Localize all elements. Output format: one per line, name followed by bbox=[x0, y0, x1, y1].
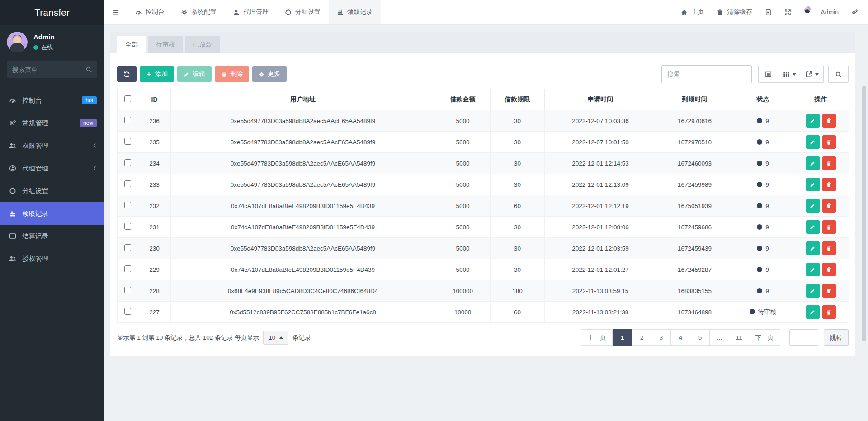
detail-view-button[interactable] bbox=[758, 66, 778, 83]
page-button-下一页[interactable]: 下一页 bbox=[749, 329, 781, 346]
topbar-tab-claim[interactable]: 领取记录 bbox=[329, 0, 381, 24]
more-button[interactable]: 更多 bbox=[252, 66, 287, 82]
row-checkbox[interactable] bbox=[124, 117, 131, 123]
row-edit-button[interactable] bbox=[806, 284, 820, 298]
scrollbar-thumb[interactable] bbox=[862, 86, 866, 341]
row-edit-button[interactable] bbox=[806, 156, 820, 170]
row-delete-button[interactable] bbox=[822, 241, 836, 255]
sidebar-toggle-button[interactable] bbox=[104, 0, 127, 24]
row-delete-button[interactable] bbox=[822, 156, 836, 170]
page-button-上一页[interactable]: 上一页 bbox=[581, 329, 613, 346]
table-row[interactable]: 2280x68F4e9E938F89c5CAD8D3C4Ce80C74686Cf… bbox=[118, 280, 849, 302]
table-row[interactable]: 2270x5d5512c839B95F62CC7583E885b1c7BF6Fe… bbox=[118, 302, 849, 323]
log-button[interactable] bbox=[759, 0, 778, 24]
row-delete-button[interactable] bbox=[822, 135, 836, 149]
search-button[interactable] bbox=[828, 66, 849, 83]
settings-button[interactable] bbox=[845, 0, 864, 24]
table-row[interactable]: 2350xe55d497783D03a598db8A2aec5AAcE65AA5… bbox=[118, 132, 849, 153]
refresh-button[interactable] bbox=[117, 66, 137, 82]
column-header[interactable]: 操作 bbox=[793, 89, 849, 110]
column-header[interactable]: 到期时间 bbox=[656, 89, 733, 110]
topbar-tab-label: 系统配置 bbox=[191, 8, 217, 16]
columns-button[interactable] bbox=[778, 66, 801, 83]
jump-page-input[interactable] bbox=[789, 329, 818, 346]
tab-all[interactable]: 全部 bbox=[117, 36, 146, 53]
row-checkbox[interactable] bbox=[124, 308, 131, 315]
cell-select bbox=[118, 280, 138, 302]
column-header[interactable]: ID bbox=[138, 89, 171, 110]
sidebar-item-agent[interactable]: 代理管理 bbox=[0, 157, 104, 180]
row-edit-button[interactable] bbox=[806, 305, 820, 319]
row-checkbox[interactable] bbox=[124, 159, 131, 166]
row-edit-button[interactable] bbox=[806, 135, 820, 149]
jump-button[interactable]: 跳转 bbox=[824, 329, 849, 346]
edit-button[interactable]: 编辑 bbox=[177, 66, 212, 82]
table-row[interactable]: 2300xe55d497783D03a598db8A2aec5AAcE65AA5… bbox=[118, 238, 849, 259]
sidebar-item-console[interactable]: 控制台hot bbox=[0, 89, 104, 112]
add-button[interactable]: 添加 bbox=[140, 66, 174, 82]
export-button[interactable] bbox=[801, 66, 824, 83]
sidebar-item-permission[interactable]: 权限管理 bbox=[0, 134, 104, 157]
row-edit-button[interactable] bbox=[806, 220, 820, 234]
table-row[interactable]: 2290x74cA107dE8a8aBfeE498209B3fD01159e5F… bbox=[118, 259, 849, 280]
topbar-tab-dividend[interactable]: 分红设置 bbox=[277, 0, 329, 24]
sidebar-item-authorize[interactable]: 授权管理 bbox=[0, 247, 104, 270]
row-edit-button[interactable] bbox=[806, 199, 820, 213]
column-header[interactable]: 借款期限 bbox=[491, 89, 545, 110]
cell-id: 233 bbox=[138, 174, 171, 195]
row-delete-button[interactable] bbox=[822, 284, 836, 298]
page-button-...[interactable]: ... bbox=[710, 329, 729, 346]
column-header[interactable]: 申请时间 bbox=[545, 89, 656, 110]
table-row[interactable]: 2340xe55d497783D03a598db8A2aec5AAcE65AA5… bbox=[118, 153, 849, 174]
row-checkbox[interactable] bbox=[124, 223, 131, 230]
row-edit-button[interactable] bbox=[806, 114, 820, 128]
home-link[interactable]: 主页 bbox=[675, 0, 710, 24]
table-row[interactable]: 2320x74cA107dE8a8aBfeE498209B3fD01159e5F… bbox=[118, 195, 849, 217]
tab-loaned[interactable]: 已放款 bbox=[185, 36, 220, 53]
admin-menu[interactable]: Admin bbox=[797, 0, 845, 24]
delete-button[interactable]: 删除 bbox=[215, 66, 249, 82]
clear-cache-button[interactable]: 清除缓存 bbox=[710, 0, 759, 24]
select-all-checkbox[interactable] bbox=[124, 95, 131, 102]
sidebar-item-claim[interactable]: 领取记录 bbox=[0, 202, 104, 225]
row-edit-button[interactable] bbox=[806, 178, 820, 191]
page-button-1[interactable]: 1 bbox=[613, 329, 632, 346]
column-header[interactable]: 用户地址 bbox=[171, 89, 435, 110]
topbar-tab-system[interactable]: 系统配置 bbox=[173, 0, 225, 24]
tab-pending[interactable]: 待审核 bbox=[148, 36, 183, 53]
table-search-input[interactable] bbox=[661, 65, 752, 83]
sidebar-item-general[interactable]: 常规管理new bbox=[0, 112, 104, 134]
table-row[interactable]: 2310x74cA107dE8a8aBfeE498209B3fD01159e5F… bbox=[118, 217, 849, 238]
row-delete-button[interactable] bbox=[822, 199, 836, 213]
row-checkbox[interactable] bbox=[124, 287, 131, 293]
menu-search-input[interactable] bbox=[7, 61, 97, 78]
page-button-3[interactable]: 3 bbox=[651, 329, 671, 346]
row-delete-button[interactable] bbox=[822, 305, 836, 319]
page-button-4[interactable]: 4 bbox=[671, 329, 690, 346]
row-checkbox[interactable] bbox=[124, 202, 131, 208]
column-header[interactable]: 借款金额 bbox=[435, 89, 491, 110]
row-checkbox[interactable] bbox=[124, 265, 131, 272]
page-button-5[interactable]: 5 bbox=[690, 329, 710, 346]
sidebar-item-settle[interactable]: 结算记录 bbox=[0, 225, 104, 247]
row-edit-button[interactable] bbox=[806, 263, 820, 276]
topbar-tab-agent[interactable]: 代理管理 bbox=[225, 0, 277, 24]
topbar-tab-console[interactable]: 控制台 bbox=[127, 0, 173, 24]
row-delete-button[interactable] bbox=[822, 114, 836, 128]
page-button-11[interactable]: 11 bbox=[729, 329, 749, 346]
page-button-2[interactable]: 2 bbox=[632, 329, 651, 346]
sidebar-item-dividend[interactable]: 分红设置 bbox=[0, 180, 104, 202]
row-checkbox[interactable] bbox=[124, 138, 131, 145]
column-header[interactable]: 状态 bbox=[733, 89, 793, 110]
fullscreen-button[interactable] bbox=[778, 0, 797, 24]
status-dot-icon bbox=[757, 246, 762, 251]
page-size-select[interactable]: 10 bbox=[263, 331, 288, 345]
row-edit-button[interactable] bbox=[806, 241, 820, 255]
table-row[interactable]: 2330xe55d497783D03a598db8A2aec5AAcE65AA5… bbox=[118, 174, 849, 195]
row-checkbox[interactable] bbox=[124, 244, 131, 251]
row-checkbox[interactable] bbox=[124, 180, 131, 187]
row-delete-button[interactable] bbox=[822, 178, 836, 191]
table-row[interactable]: 2360xe55d497783D03a598db8A2aec5AAcE65AA5… bbox=[118, 110, 849, 132]
row-delete-button[interactable] bbox=[822, 263, 836, 276]
row-delete-button[interactable] bbox=[822, 220, 836, 234]
